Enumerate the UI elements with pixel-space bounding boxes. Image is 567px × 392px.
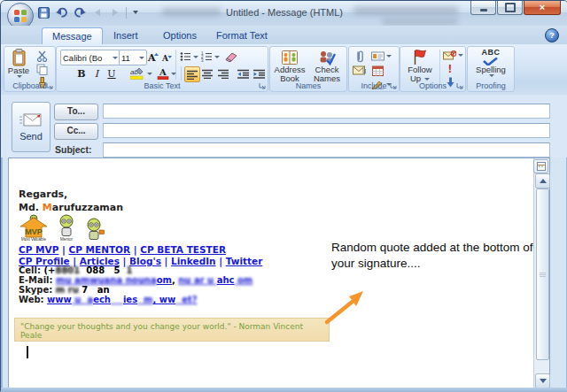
dialog-launcher-icon[interactable]: [46, 82, 53, 89]
scroll-up-button[interactable]: [535, 173, 550, 188]
font-color-button[interactable]: A: [156, 66, 177, 81]
cut-button[interactable]: [34, 50, 50, 62]
bold-button[interactable]: B: [74, 66, 89, 81]
signature-link[interactable]: CP BETA TESTER: [140, 244, 226, 255]
cc-button[interactable]: Cc...: [54, 123, 98, 140]
attach-item-button[interactable]: [352, 64, 367, 77]
scrollbar-grip: [540, 273, 546, 277]
font-name-value: Calibri (Bo: [63, 53, 102, 63]
send-envelope-icon: [19, 112, 43, 127]
minimize-button[interactable]: [470, 1, 496, 15]
vertical-scrollbar[interactable]: [533, 158, 549, 388]
subject-label: Subject:: [55, 144, 91, 155]
contact-link[interactable]: m: [137, 295, 152, 304]
send-button[interactable]: Send: [12, 102, 50, 152]
contact-link[interactable]: ech: [93, 295, 111, 304]
align-right-button[interactable]: [216, 66, 230, 81]
to-button[interactable]: To...: [54, 104, 98, 120]
signature-name-rest: arufuzzaman: [52, 202, 123, 213]
check-names-button[interactable]: Check Names: [309, 50, 345, 84]
spelling-button[interactable]: ABC Spelling: [470, 49, 511, 77]
calendar-button[interactable]: [369, 64, 386, 77]
align-left-button[interactable]: [184, 66, 200, 82]
ruler-toggle-button[interactable]: [533, 159, 548, 173]
contact-label: E-Mail:: [19, 275, 53, 285]
increase-indent-icon: [253, 69, 265, 79]
font-size-select[interactable]: 11: [119, 50, 147, 65]
business-card-button[interactable]: [369, 50, 393, 63]
chevron-down-icon: [458, 54, 463, 57]
align-center-icon: [202, 69, 213, 79]
contact-link[interactable]: , ww: [152, 295, 175, 304]
bullets-button[interactable]: [179, 50, 198, 64]
message-body[interactable]: Regards, Md. Marufuzzaman MVP Most Valua…: [8, 158, 550, 389]
shrink-font-button[interactable]: A: [159, 50, 173, 64]
tab-message[interactable]: Message: [42, 27, 103, 44]
contact-label: Cell:: [19, 265, 41, 275]
contact-link[interactable]: ?: [192, 295, 198, 304]
underline-button[interactable]: U: [105, 66, 119, 81]
numbering-button[interactable]: 123: [200, 50, 220, 64]
contact-link[interactable]: om: [235, 275, 253, 285]
tab-options[interactable]: Options: [153, 27, 206, 43]
background-window-artifact: [382, 19, 458, 25]
address-book-icon: [281, 50, 299, 65]
signature-link[interactable]: CP MENTOR: [68, 244, 130, 255]
dialog-launcher-icon[interactable]: [390, 82, 397, 89]
italic-button[interactable]: I: [90, 66, 103, 81]
address-book-button[interactable]: Address Book: [272, 50, 307, 84]
contact-link[interactable]: u a: [72, 295, 93, 304]
font-name-select[interactable]: Calibri (Bo: [60, 50, 120, 65]
redo-button[interactable]: [72, 5, 87, 20]
dialog-launcher-icon[interactable]: [259, 82, 266, 89]
contact-link[interactable]: ahc: [217, 275, 235, 285]
maximize-button[interactable]: [497, 1, 523, 15]
chevron-down-icon: [17, 75, 22, 78]
cc-field[interactable]: [103, 123, 550, 138]
follow-up-button[interactable]: Follow Up: [402, 49, 438, 84]
grow-font-button[interactable]: A: [145, 50, 159, 64]
scroll-down-button[interactable]: [535, 373, 550, 388]
copy-button[interactable]: [34, 63, 50, 75]
contact-link[interactable]: [111, 295, 123, 304]
customize-quick-access-button[interactable]: [130, 5, 140, 20]
contact-text: m ru: [52, 285, 82, 295]
next-item-button[interactable]: [107, 5, 122, 20]
scrollbar-thumb[interactable]: [536, 188, 549, 360]
font-color-icon: A: [157, 67, 169, 80]
contact-link[interactable]: ies: [123, 295, 137, 304]
to-field[interactable]: [103, 104, 550, 119]
group-basic-text: Calibri (Bo 11 A A: [56, 46, 268, 92]
align-center-button[interactable]: [200, 66, 214, 81]
decrease-indent-button[interactable]: [236, 66, 250, 81]
contact-link[interactable]: www: [47, 295, 72, 304]
help-button[interactable]: ?: [545, 28, 559, 42]
tab-insert[interactable]: Insert: [104, 27, 148, 43]
close-button[interactable]: ×: [524, 1, 561, 15]
contact-link[interactable]: nu ar u: [178, 275, 216, 285]
next-item-icon: [113, 9, 118, 16]
clear-formatting-button[interactable]: [223, 50, 239, 64]
contact-link[interactable]: et: [175, 295, 192, 304]
tab-format-text[interactable]: Format Text: [206, 27, 277, 43]
high-importance-button[interactable]: !: [443, 62, 457, 75]
signature-name-highlight: M: [43, 202, 52, 213]
highlight-icon: ab: [130, 67, 145, 80]
permission-button[interactable]: [441, 49, 464, 61]
previous-item-button[interactable]: [89, 5, 105, 20]
signature-link[interactable]: CP MVP: [19, 244, 58, 255]
paste-button[interactable]: Paste: [6, 49, 31, 78]
text-highlight-button[interactable]: ab: [129, 66, 152, 81]
contact-link[interactable]: om: [157, 275, 172, 285]
attach-file-button[interactable]: [352, 50, 367, 63]
chevron-down-icon: [489, 74, 494, 77]
undo-button[interactable]: [54, 5, 69, 20]
signature-quote-box: "Change your thoughts and you change you…: [14, 318, 330, 342]
subject-field[interactable]: [103, 142, 550, 158]
contact-link[interactable]: mu amwuana nouna: [56, 275, 157, 285]
save-button[interactable]: [36, 5, 51, 20]
redo-icon: [74, 7, 86, 18]
dialog-launcher-icon[interactable]: [456, 82, 463, 89]
chevron-down-icon: [386, 55, 392, 58]
increase-indent-button[interactable]: [252, 66, 266, 81]
